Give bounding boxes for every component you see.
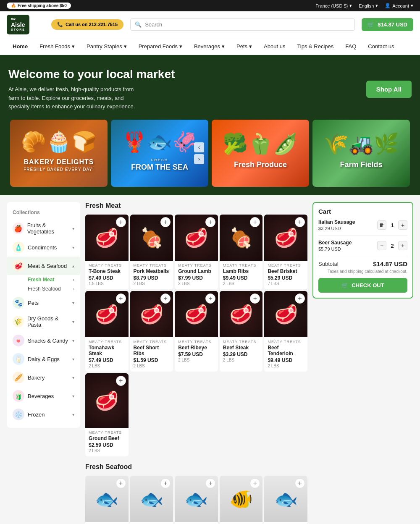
checkout-cart-icon: 🛒 <box>341 282 348 288</box>
add-tuna-button[interactable]: + <box>205 478 215 488</box>
banner-nav: ‹ › <box>194 142 204 164</box>
add-beef-tenderloin-button[interactable]: + <box>295 293 305 304</box>
add-beef-ribeye-button[interactable]: + <box>205 293 215 304</box>
search-input[interactable] <box>145 21 350 28</box>
pets-chevron-icon: ▾ <box>249 43 252 50</box>
nav-item-home[interactable]: Home <box>7 38 34 55</box>
sidebar-item-dry-goods[interactable]: 🌾 Dry Goods & Pasta ▾ <box>7 312 80 331</box>
product-card-lamb-ribs[interactable]: 🍖 + MEATY TREATS Lamb Ribs $9.49 USD 2 L… <box>220 215 263 289</box>
nav-item-contact[interactable]: Contact us <box>362 38 400 55</box>
add-bluefish-button[interactable]: + <box>160 478 171 488</box>
product-card-pork-meatballs[interactable]: 🍖 + MEATY TREATS Pork Meatballs $8.79 US… <box>130 215 173 289</box>
nav-item-prepared-foods[interactable]: Prepared Foods ▾ <box>133 38 188 55</box>
nav-item-pets[interactable]: Pets ▾ <box>231 38 258 55</box>
sidebar: Collections 🍎 Fruits & Vegetables ▾ 🧴 Co… <box>7 202 80 428</box>
product-card-red-mullet[interactable]: 🐠 + OCEAN'S BOUNTY Red Mullet $2.79 USD … <box>220 476 263 524</box>
condiments-chevron-icon: ▾ <box>72 245 74 250</box>
banner-bakery[interactable]: 🥐🧁🍞 BAKERY DELIGHTS FRESHLY BAKED EVERY … <box>10 120 108 187</box>
bakery-chevron-icon: ▾ <box>72 375 74 380</box>
add-tomahawk-steak-button[interactable]: + <box>116 293 126 304</box>
checkout-button[interactable]: 🛒 CHECK OUT <box>318 278 407 293</box>
nav-item-about[interactable]: About us <box>258 38 291 55</box>
top-bar: 🔥 Free shipping above $50 France (USD $)… <box>0 0 420 11</box>
phone-button[interactable]: 📞 Call us on 212-221-7515 <box>51 19 123 30</box>
search-icon: 🔍 <box>135 21 142 28</box>
sidebar-item-beverages[interactable]: 🧃 Beverages ▾ <box>7 387 80 405</box>
fresh-meat-title: Fresh Meat <box>85 202 307 210</box>
banner-produce-title: Fresh Produce <box>223 156 298 174</box>
products-area: Fresh Meat 🥩 + MEATY TREATS T-Bone Steak… <box>80 202 312 524</box>
prepared-foods-chevron-icon: ▾ <box>179 43 182 50</box>
shop-all-button[interactable]: Shop All <box>366 81 412 98</box>
product-card-tuna[interactable]: 🐟 + OCEAN'S BOUNTY Tuna $6.29 USD 2 LBS <box>175 476 218 524</box>
user-icon: 👤 <box>385 3 391 8</box>
sidebar-item-frozen[interactable]: ❄️ Frozen ▾ <box>7 405 80 424</box>
product-card-tomahawk-steak[interactable]: 🥩 + MEATY TREATS Tomahawk Steak $7.49 US… <box>85 291 129 372</box>
logo[interactable]: the Aisle STORE <box>7 15 45 34</box>
add-red-mullet-button[interactable]: + <box>250 478 260 488</box>
free-shipping-badge: 🔥 Free shipping above $50 <box>7 3 71 9</box>
sidebar-item-dairy-eggs[interactable]: 🥛 Dairy & Eggs ▾ <box>7 350 80 368</box>
sidebar-item-pets[interactable]: 🐾 Pets ▾ <box>7 293 80 312</box>
add-beef-steak-button[interactable]: + <box>250 293 260 304</box>
add-anchovy-button[interactable]: + <box>295 478 305 488</box>
fire-icon: 🔥 <box>11 3 16 8</box>
remove-italian-sausage-button[interactable]: 🗑 <box>377 220 386 230</box>
hero-description: At Aisle, we deliver fresh, high-quality… <box>8 85 143 111</box>
product-card-bonito[interactable]: 🐟 + OCEAN'S BOUNTY Bonito $2.49 USD 2 LB… <box>85 476 129 524</box>
product-card-beef-brisket[interactable]: 🥩 + MEATY TREATS Beef Brisket $5.29 USD … <box>264 215 307 289</box>
banner-section: 🥐🧁🍞 BAKERY DELIGHTS FRESHLY BAKED EVERY … <box>0 120 420 195</box>
cart-title: Cart <box>318 208 407 215</box>
add-beef-short-ribs-button[interactable]: + <box>160 293 171 304</box>
cart-qty-beer-sausage: − 2 + <box>377 241 407 250</box>
banner-prev-button[interactable]: ‹ <box>194 142 204 152</box>
product-card-ground-lamb[interactable]: 🥩 + MEATY TREATS Ground Lamb $7.99 USD 2… <box>175 215 218 289</box>
nav-item-beverages[interactable]: Beverages ▾ <box>188 38 231 55</box>
add-pork-meatballs-button[interactable]: + <box>160 217 171 227</box>
cart-icon: 🛒 <box>368 21 374 28</box>
add-lamb-ribs-button[interactable]: + <box>250 217 260 227</box>
fresh-seafood-title: Fresh Seafood <box>85 463 307 471</box>
nav-item-fresh-foods[interactable]: Fresh Foods ▾ <box>34 38 81 55</box>
sidebar-subitem-fresh-meat[interactable]: Fresh Meat › <box>7 275 80 284</box>
decrease-beer-sausage-button[interactable]: − <box>377 241 386 250</box>
nav-item-pantry-staples[interactable]: Pantry Staples ▾ <box>81 38 133 55</box>
nav-item-tips[interactable]: Tips & Recipes <box>291 38 339 55</box>
product-card-beef-steak[interactable]: 🥩 + MEATY TREATS Beef Steak $3.29 USD 2 … <box>220 291 263 372</box>
banner-next-button[interactable]: › <box>194 154 204 164</box>
sidebar-item-condiments[interactable]: 🧴 Condiments ▾ <box>7 238 80 257</box>
fruits-veg-chevron-icon: ▾ <box>72 226 74 231</box>
add-ground-lamb-button[interactable]: + <box>205 217 215 227</box>
sidebar-item-fruits-vegetables[interactable]: 🍎 Fruits & Vegetables ▾ <box>7 219 80 238</box>
add-bonito-button[interactable]: + <box>116 478 126 488</box>
cart-button[interactable]: 🛒 $14.87 USD <box>362 18 413 31</box>
fresh-meat-section: Fresh Meat 🥩 + MEATY TREATS T-Bone Steak… <box>85 202 307 456</box>
increase-italian-sausage-button[interactable]: + <box>398 220 407 230</box>
language-selector[interactable]: English ▾ <box>359 3 378 8</box>
add-tbone-steak-button[interactable]: + <box>116 217 126 227</box>
language-chevron-icon: ▾ <box>375 3 378 8</box>
sidebar-title: Collections <box>7 206 80 219</box>
banner-sea[interactable]: 🦞🐟🦑 FRESH FROM THE SEA ‹ › <box>111 120 208 187</box>
product-card-anchovy[interactable]: 🐟 + OCEAN'S BOUNTY Anchovy $5.99 USD 2 L… <box>264 476 307 524</box>
product-card-bluefish[interactable]: 🐟 + OCEAN'S BOUNTY Bluefish $3.49 USD 2 … <box>130 476 173 524</box>
snacks-candy-chevron-icon: ▾ <box>72 338 74 343</box>
product-card-beef-tenderloin[interactable]: 🥩 + MEATY TREATS Beef Tenderloin $9.49 U… <box>264 291 307 372</box>
product-card-ground-beef[interactable]: 🥩 + MEATY TREATS Ground Beef $2.59 USD 2… <box>85 373 129 456</box>
sidebar-item-meat-seafood[interactable]: 🥩 Meat & Seafood ▴ <box>7 257 80 275</box>
region-selector[interactable]: France (USD $) ▾ <box>315 3 352 8</box>
sidebar-item-bakery[interactable]: 🥖 Bakery ▾ <box>7 368 80 387</box>
add-beef-brisket-button[interactable]: + <box>295 217 305 227</box>
sidebar-subitem-fresh-seafood[interactable]: Fresh Seafood › <box>7 284 80 293</box>
account-selector[interactable]: 👤 Account ▾ <box>385 3 413 8</box>
product-card-beef-ribeye[interactable]: 🥩 + MEATY TREATS Beef Ribeye $7.59 USD 2… <box>175 291 218 372</box>
nav-item-faq[interactable]: FAQ <box>339 38 362 55</box>
banner-farm[interactable]: 🌾🚜🌿 Farm Fields <box>312 120 410 187</box>
add-ground-beef-button[interactable]: + <box>116 376 126 386</box>
banner-produce[interactable]: 🥦🫑🫛 Fresh Produce <box>212 120 309 187</box>
main-nav: Home Fresh Foods ▾ Pantry Staples ▾ Prep… <box>0 38 420 55</box>
product-card-beef-short-ribs[interactable]: 🥩 + MEATY TREATS Beef Short Ribs $1.59 U… <box>130 291 173 372</box>
product-card-tbone-steak[interactable]: 🥩 + MEATY TREATS T-Bone Steak $7.49 USD … <box>85 215 129 289</box>
sidebar-item-snacks-candy[interactable]: 🍬 Snacks & Candy ▾ <box>7 331 80 350</box>
increase-beer-sausage-button[interactable]: + <box>398 241 407 250</box>
